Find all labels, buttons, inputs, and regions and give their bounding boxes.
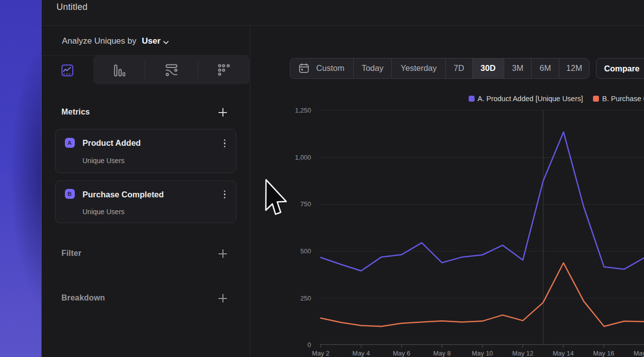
svg-text:May 10: May 10 xyxy=(472,350,493,357)
svg-text:May 12: May 12 xyxy=(512,350,534,357)
svg-text:1,250: 1,250 xyxy=(295,107,311,114)
svg-text:May 18: May 18 xyxy=(634,350,644,357)
svg-text:May 14: May 14 xyxy=(553,350,574,357)
svg-text:May 16: May 16 xyxy=(593,350,614,357)
svg-text:May 8: May 8 xyxy=(433,350,450,357)
svg-text:250: 250 xyxy=(300,295,311,302)
svg-text:May 4: May 4 xyxy=(352,350,370,357)
svg-text:May 2: May 2 xyxy=(312,350,329,357)
svg-text:500: 500 xyxy=(300,247,311,255)
svg-text:0: 0 xyxy=(308,341,311,349)
svg-text:May 6: May 6 xyxy=(393,350,410,357)
svg-text:1,000: 1,000 xyxy=(295,154,311,161)
svg-text:750: 750 xyxy=(300,200,311,208)
